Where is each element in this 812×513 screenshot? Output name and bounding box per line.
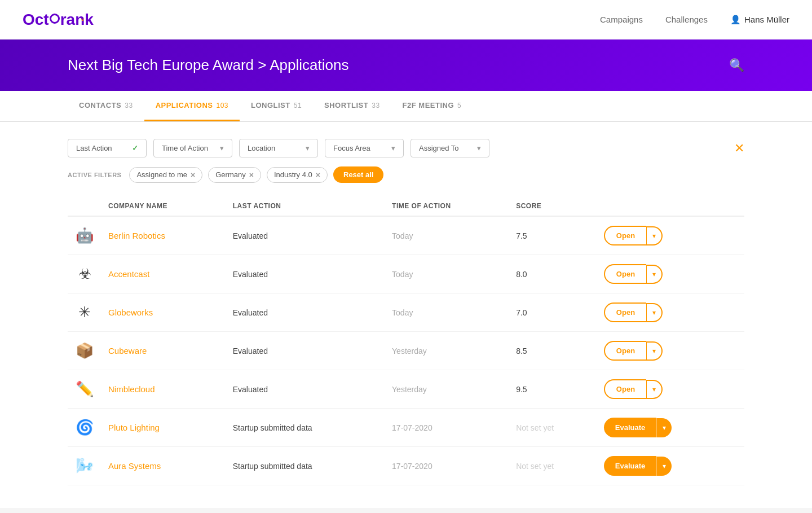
filter-chip-assigned: Assigned to me ×	[129, 167, 202, 183]
company-name-link[interactable]: Berlin Robotics	[108, 231, 165, 240]
last-action-text: Startup submitted data	[233, 423, 312, 432]
evaluate-button[interactable]: Evaluate	[604, 418, 656, 437]
score-cell: 9.5	[509, 370, 597, 409]
action-button-cell: Open ▾	[597, 216, 744, 255]
action-button-cell: Evaluate ▾	[597, 409, 744, 447]
last-action-cell: Evaluated	[226, 370, 385, 409]
filter-chip-industry: Industry 4.0 ×	[267, 167, 328, 183]
company-name-cell: Accentcast	[102, 255, 226, 293]
tab-contacts[interactable]: CONTACTS 33	[68, 91, 144, 121]
company-icon-cell: ✏️	[68, 370, 102, 409]
chevron-down-icon: ▾	[306, 144, 310, 152]
evaluate-dropdown-button[interactable]: ▾	[656, 418, 672, 437]
filter-location[interactable]: Location ▾	[239, 139, 318, 157]
score-cell: Not set yet	[509, 447, 597, 485]
reset-all-button[interactable]: Reset all	[333, 166, 383, 183]
open-dropdown-button[interactable]: ▾	[646, 303, 663, 322]
score-value: 7.5	[516, 231, 527, 240]
filter-focus-area[interactable]: Focus Area ▾	[325, 139, 404, 157]
time-action-cell: Yesterday	[385, 332, 509, 370]
open-button[interactable]: Open	[604, 341, 646, 361]
remove-chip-germany[interactable]: ×	[249, 170, 254, 179]
open-dropdown-button[interactable]: ▾	[646, 341, 663, 361]
time-action-text: Today	[392, 231, 413, 240]
logo[interactable]: Octrank˅	[23, 11, 99, 29]
last-action-text: Evaluated	[233, 231, 268, 240]
nav-challenges[interactable]: Challenges	[665, 15, 708, 24]
open-dropdown-button[interactable]: ▾	[646, 265, 663, 284]
filters-row: Last Action ✓ Time of Action ▾ Location …	[68, 139, 744, 157]
remove-chip-assigned[interactable]: ×	[191, 170, 195, 179]
tab-shortlist[interactable]: SHORTLIST 33	[313, 91, 391, 121]
company-icon-cell: 🌀	[68, 409, 102, 447]
last-action-text: Evaluated	[233, 347, 268, 356]
open-dropdown-button[interactable]: ▾	[646, 226, 663, 245]
chip-assigned-label: Assigned to me	[136, 170, 187, 179]
open-btn-group: Open ▾	[604, 379, 733, 399]
table-row: 🌀Pluto LightingStartup submitted data17-…	[68, 409, 744, 447]
main-content: Last Action ✓ Time of Action ▾ Location …	[0, 122, 812, 508]
company-name-link[interactable]: Nimblecloud	[108, 384, 155, 394]
open-button[interactable]: Open	[604, 226, 646, 245]
score-cell: 8.0	[509, 255, 597, 293]
last-action-cell: Evaluated	[226, 293, 385, 332]
chevron-down-icon: ▾	[391, 144, 395, 152]
company-name-link[interactable]: Pluto Lighting	[108, 423, 160, 432]
company-name-link[interactable]: Cubeware	[108, 346, 147, 356]
time-action-text: Today	[392, 270, 413, 279]
open-button[interactable]: Open	[604, 302, 646, 322]
filter-assigned-to[interactable]: Assigned To ▾	[411, 139, 489, 157]
company-name-link[interactable]: Aura Systems	[108, 461, 161, 471]
company-name-link[interactable]: Globeworks	[108, 308, 153, 317]
chevron-down-icon: ▾	[477, 144, 481, 152]
tab-contacts-badge: 33	[125, 102, 133, 109]
active-filters-label: ACTIVE FILTERS	[68, 172, 121, 178]
last-action-cell: Evaluated	[226, 255, 385, 293]
user-icon: 👤	[730, 15, 741, 25]
applications-table: COMPANY NAME LAST ACTION TIME OF ACTION …	[68, 196, 744, 485]
action-button-cell: Open ▾	[597, 332, 744, 370]
company-icon-cell: 🌬️	[68, 447, 102, 485]
tabs-bar: CONTACTS 33 APPLICATIONS 103 LONGLIST 51…	[0, 91, 812, 122]
banner-search-icon[interactable]: 🔍	[729, 58, 744, 73]
company-icon: 📦	[76, 342, 94, 359]
nav-campaigns[interactable]: Campaigns	[600, 15, 643, 24]
chip-germany-label: Germany	[215, 170, 245, 179]
evaluate-button[interactable]: Evaluate	[604, 456, 656, 476]
company-name-cell: Globeworks	[102, 293, 226, 332]
tab-applications-badge: 103	[216, 102, 228, 109]
evaluate-dropdown-button[interactable]: ▾	[656, 457, 672, 476]
chevron-down-icon: ▾	[220, 144, 224, 152]
open-dropdown-button[interactable]: ▾	[646, 380, 663, 399]
filter-time-action[interactable]: Time of Action ▾	[153, 139, 232, 157]
open-button[interactable]: Open	[604, 264, 646, 284]
col-actions	[597, 196, 744, 216]
score-cell: 8.5	[509, 332, 597, 370]
tab-longlist[interactable]: LONGLIST 51	[240, 91, 313, 121]
company-name-cell: Aura Systems	[102, 447, 226, 485]
score-value: 8.5	[516, 347, 527, 356]
tab-applications[interactable]: APPLICATIONS 103	[144, 91, 240, 121]
open-button[interactable]: Open	[604, 379, 646, 399]
action-button-cell: Open ▾	[597, 293, 744, 332]
company-icon: 🌀	[76, 419, 94, 436]
tab-longlist-badge: 51	[294, 102, 302, 109]
filter-last-action[interactable]: Last Action ✓	[68, 139, 147, 157]
last-action-cell: Startup submitted data	[226, 409, 385, 447]
col-icon	[68, 196, 102, 216]
company-name-link[interactable]: Accentcast	[108, 269, 149, 279]
tab-f2fmeeting-badge: 5	[457, 102, 461, 109]
tab-shortlist-badge: 33	[372, 102, 379, 109]
score-not-set: Not set yet	[516, 423, 554, 432]
score-cell: 7.5	[509, 216, 597, 255]
nav-user[interactable]: 👤 Hans Müller	[730, 15, 789, 25]
company-name-cell: Nimblecloud	[102, 370, 226, 409]
filter-focus-area-label: Focus Area	[333, 144, 370, 152]
col-score: SCORE	[509, 196, 597, 216]
company-icon: 🤖	[76, 227, 94, 244]
tab-f2fmeeting[interactable]: F2F MEETING 5	[391, 91, 473, 121]
filter-assigned-to-label: Assigned To	[419, 144, 459, 152]
remove-chip-industry[interactable]: ×	[316, 170, 320, 179]
clear-filters-button[interactable]: ✕	[734, 141, 744, 156]
chip-industry-label: Industry 4.0	[274, 170, 312, 179]
